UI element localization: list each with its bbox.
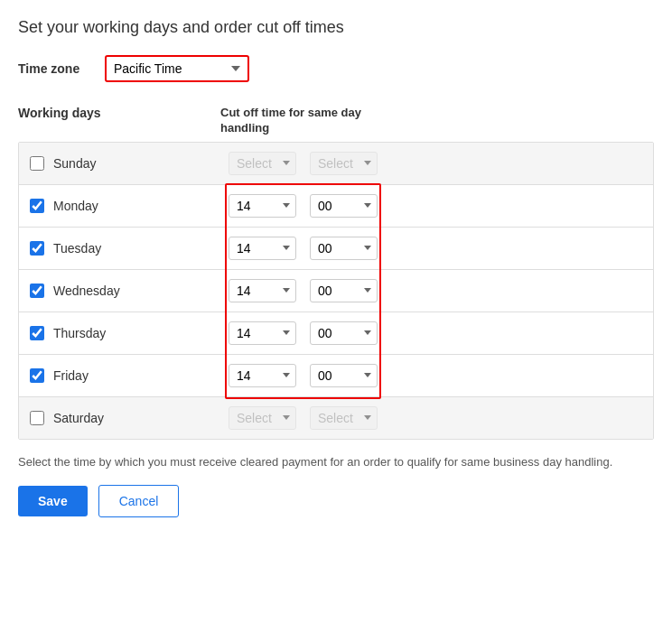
checkbox-saturday[interactable] [30,411,44,425]
save-button[interactable]: Save [18,486,88,516]
checkbox-monday[interactable] [30,199,44,213]
day-label-monday: Monday [53,199,98,213]
day-label-sunday: Sunday [53,156,96,171]
day-row-tuesday: TuesdaySelect000102030405060708091011121… [19,228,653,270]
checkbox-wednesday[interactable] [30,284,44,298]
minute-select-wednesday[interactable]: Select00153045 [310,279,378,302]
page-title: Set your working days and order cut off … [18,18,654,37]
day-name-cell-tuesday: Tuesday [30,241,229,256]
button-row: Save Cancel [18,485,654,517]
day-label-tuesday: Tuesday [53,241,101,256]
day-name-cell-wednesday: Wednesday [30,284,229,298]
day-row-wednesday: WednesdaySelect0001020304050607080910111… [19,270,653,312]
day-label-friday: Friday [53,368,89,383]
day-name-cell-saturday: Saturday [30,411,229,425]
col-working-days-header: Working days [18,106,217,136]
day-row-sunday: SundaySelect0001020304050607080910111213… [19,143,653,185]
timezone-select[interactable]: Pacific TimeMountain TimeCentral TimeEas… [105,55,249,82]
day-label-saturday: Saturday [53,411,104,425]
days-table: SundaySelect0001020304050607080910111213… [18,142,654,440]
hour-select-saturday[interactable]: Select0001020304050607080910111213141516… [229,406,296,430]
checkbox-friday[interactable] [30,368,44,383]
cancel-button[interactable]: Cancel [98,485,180,517]
hour-select-friday[interactable]: Select0001020304050607080910111213141516… [229,364,296,387]
day-row-friday: FridaySelect0001020304050607080910111213… [19,355,653,397]
day-row-thursday: ThursdaySelect00010203040506070809101112… [19,312,653,355]
checkbox-sunday[interactable] [30,156,44,171]
hour-select-tuesday[interactable]: Select0001020304050607080910111213141516… [229,237,296,260]
day-name-cell-thursday: Thursday [30,326,229,340]
days-container: SundaySelect0001020304050607080910111213… [18,142,654,440]
day-name-cell-friday: Friday [30,368,229,383]
minute-select-saturday[interactable]: Select00153045 [310,406,378,430]
day-row-monday: MondaySelect0001020304050607080910111213… [19,185,653,228]
day-row-saturday: SaturdaySelect00010203040506070809101112… [19,397,653,439]
checkbox-tuesday[interactable] [30,241,44,256]
timezone-label: Time zone [18,61,90,76]
hour-select-sunday[interactable]: Select0001020304050607080910111213141516… [229,152,296,175]
minute-select-thursday[interactable]: Select00153045 [310,321,378,345]
hour-select-thursday[interactable]: Select0001020304050607080910111213141516… [229,321,296,345]
table-header: Working days Cut off time for same day h… [18,100,654,142]
day-label-wednesday: Wednesday [53,284,120,298]
minute-select-sunday[interactable]: Select00153045 [310,152,378,175]
minute-select-friday[interactable]: Select00153045 [310,364,378,387]
hour-select-wednesday[interactable]: Select0001020304050607080910111213141516… [229,279,296,302]
hour-select-monday[interactable]: Select0001020304050607080910111213141516… [229,194,296,218]
minute-select-tuesday[interactable]: Select00153045 [310,237,378,260]
timezone-row: Time zone Pacific TimeMountain TimeCentr… [18,55,654,82]
checkbox-thursday[interactable] [30,326,44,340]
day-name-cell-sunday: Sunday [30,156,229,171]
day-label-thursday: Thursday [53,326,106,340]
minute-select-monday[interactable]: Select00153045 [310,194,378,218]
col-cutoff-header: Cut off time for same day handling [217,106,379,136]
footer-note: Select the time by which you must receiv… [18,454,654,470]
day-name-cell-monday: Monday [30,199,229,213]
